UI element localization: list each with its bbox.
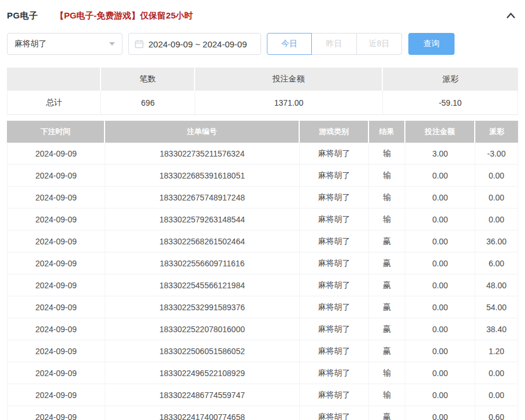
bet-time-cell: 2024-09-09	[7, 252, 105, 274]
bet-amount-cell: 0.00	[405, 209, 475, 231]
bet-id-cell: 1833022545566121984	[105, 274, 300, 296]
header-bet-id: 注单编号	[105, 121, 300, 143]
payout-cell: 38.40	[475, 318, 518, 340]
bet-time-cell: 2024-09-09	[7, 274, 105, 296]
bet-amount-cell: 0.00	[405, 252, 475, 274]
bet-amount-cell: 0.00	[405, 231, 475, 252]
bet-amount-cell: 0.00	[405, 384, 475, 406]
yesterday-button[interactable]: 昨日	[312, 33, 357, 55]
bet-amount-cell: 0.00	[405, 187, 475, 209]
bet-time-cell: 2024-09-09	[7, 143, 105, 165]
game-type-cell: 麻将胡了	[300, 252, 369, 274]
last-8-days-button[interactable]: 近8日	[357, 33, 402, 55]
result-cell: 输	[369, 362, 405, 384]
bet-amount-cell: 0.00	[405, 406, 475, 420]
game-select-value: 麻将胡了	[14, 39, 47, 49]
result-cell: 赢	[369, 406, 405, 420]
date-range-value: 2024-09-09 ~ 2024-09-09	[148, 39, 247, 49]
date-range-picker[interactable]: 2024-09-09 ~ 2024-09-09	[128, 33, 261, 55]
summary-header-bet-amount: 投注金额	[195, 68, 383, 91]
header-payout: 派彩	[475, 121, 518, 143]
payout-cell: 6.00	[475, 252, 518, 274]
bet-id-cell: 1833022506051586052	[105, 340, 300, 362]
payout-cell: 0.00	[475, 384, 518, 406]
bet-table-body: 2024-09-091833022735211576324麻将胡了输3.00-3…	[7, 143, 518, 420]
result-cell: 赢	[369, 318, 405, 340]
table-row: 2024-09-091833022675748917248麻将胡了输0.000.…	[7, 187, 518, 209]
bet-id-cell: 1833022486774559747	[105, 384, 300, 406]
table-row: 2024-09-091833022568261502464麻将胡了赢0.0036…	[7, 231, 518, 252]
chevron-up-icon	[506, 11, 516, 21]
header-game-type: 游戏类别	[300, 121, 369, 143]
bet-amount-cell: 3.00	[405, 143, 475, 165]
game-type-cell: 麻将胡了	[300, 340, 369, 362]
today-button[interactable]: 今日	[267, 33, 312, 55]
chevron-down-icon	[109, 42, 115, 46]
bet-id-cell: 1833022675748917248	[105, 187, 300, 209]
table-row: 2024-09-091833022506051586052麻将胡了赢0.001.…	[7, 340, 518, 362]
table-row: 2024-09-091833022417400774658麻将胡了赢0.000.…	[7, 406, 518, 420]
bet-time-cell: 2024-09-09	[7, 296, 105, 318]
payout-cell: 48.00	[475, 274, 518, 296]
game-type-cell: 麻将胡了	[300, 209, 369, 231]
retention-notice: 【PG电子-免费游戏】仅保留25小时	[55, 10, 193, 21]
result-cell: 赢	[369, 231, 405, 252]
quick-date-button-group: 今日 昨日 近8日	[267, 33, 402, 55]
bet-time-cell: 2024-09-09	[7, 209, 105, 231]
summary-table: 笔数 投注金额 派彩 总计 696 1371.00 -59.10	[7, 68, 518, 115]
payout-cell: 0.00	[475, 187, 518, 209]
table-row: 2024-09-091833022735211576324麻将胡了输3.00-3…	[7, 143, 518, 165]
table-row: 2024-09-091833022532991589376麻将胡了赢0.0054…	[7, 296, 518, 318]
game-type-cell: 麻将胡了	[300, 187, 369, 209]
bet-id-cell: 1833022496522108929	[105, 362, 300, 384]
result-cell: 输	[369, 209, 405, 231]
bet-id-cell: 1833022685391618051	[105, 165, 300, 187]
bet-time-cell: 2024-09-09	[7, 231, 105, 252]
bet-id-cell: 1833022417400774658	[105, 406, 300, 420]
table-row: 2024-09-091833022486774559747麻将胡了输0.000.…	[7, 384, 518, 406]
summary-header-count: 笔数	[101, 68, 195, 91]
game-type-cell: 麻将胡了	[300, 296, 369, 318]
result-cell: 输	[369, 165, 405, 187]
result-cell: 赢	[369, 340, 405, 362]
summary-header-payout: 派彩	[383, 68, 518, 91]
bet-id-cell: 1833022579263148544	[105, 209, 300, 231]
summary-total-label: 总计	[7, 91, 101, 115]
summary-header-row: 笔数 投注金额 派彩	[7, 68, 518, 91]
result-cell: 赢	[369, 296, 405, 318]
collapse-panel-button[interactable]	[504, 9, 518, 24]
result-cell: 赢	[369, 252, 405, 274]
calendar-icon	[135, 39, 144, 49]
game-type-cell: 麻将胡了	[300, 165, 369, 187]
bet-id-cell: 1833022568261502464	[105, 231, 300, 252]
summary-header-blank	[7, 68, 101, 91]
bet-time-cell: 2024-09-09	[7, 406, 105, 420]
result-cell: 输	[369, 143, 405, 165]
game-type-cell: 麻将胡了	[300, 274, 369, 296]
bet-time-cell: 2024-09-09	[7, 187, 105, 209]
bet-time-cell: 2024-09-09	[7, 340, 105, 362]
bet-id-cell: 1833022735211576324	[105, 143, 300, 165]
game-type-cell: 麻将胡了	[300, 362, 369, 384]
payout-cell: 36.00	[475, 231, 518, 252]
pg-records-panel: PG电子 【PG电子-免费游戏】仅保留25小时 麻将胡了	[0, 0, 525, 420]
payout-cell: 54.00	[475, 296, 518, 318]
summary-total-bet-amount: 1371.00	[195, 91, 383, 115]
summary-total-count: 696	[101, 91, 195, 115]
page-title: PG电子	[7, 10, 38, 21]
bet-amount-cell: 0.00	[405, 362, 475, 384]
header-bet-time: 下注时间	[7, 121, 105, 143]
table-row: 2024-09-091833022556609711616麻将胡了赢0.006.…	[7, 252, 518, 274]
bet-time-cell: 2024-09-09	[7, 318, 105, 340]
bet-table-header-row: 下注时间 注单编号 游戏类别 结果 投注金额 派彩	[7, 121, 518, 143]
search-button[interactable]: 查询	[408, 33, 455, 55]
game-type-cell: 麻将胡了	[300, 143, 369, 165]
table-row: 2024-09-091833022579263148544麻将胡了输0.000.…	[7, 209, 518, 231]
bet-records-table: 下注时间 注单编号 游戏类别 结果 投注金额 派彩 2024-09-091833…	[7, 121, 518, 420]
game-select[interactable]: 麻将胡了	[7, 33, 122, 55]
game-type-cell: 麻将胡了	[300, 384, 369, 406]
bet-id-cell: 1833022556609711616	[105, 252, 300, 274]
summary-total-payout: -59.10	[383, 91, 518, 115]
bet-amount-cell: 0.00	[405, 165, 475, 187]
table-row: 2024-09-091833022496522108929麻将胡了输0.000.…	[7, 362, 518, 384]
